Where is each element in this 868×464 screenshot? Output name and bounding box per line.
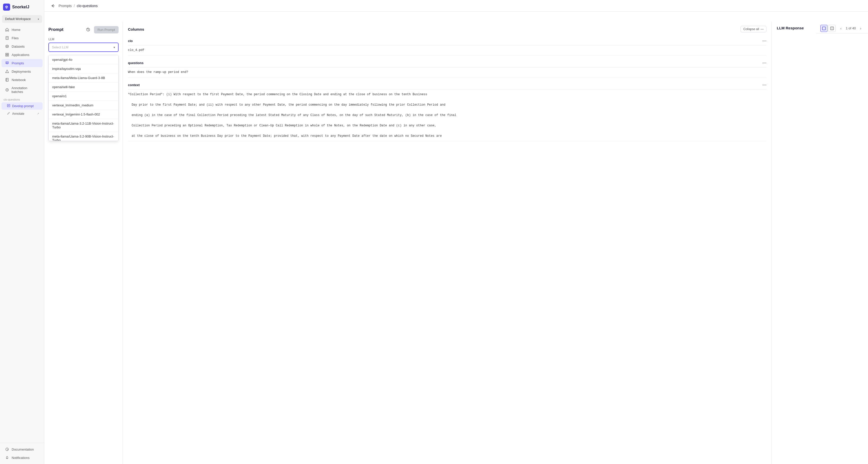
llm-response-panel: LLM Response [772,22,868,464]
collapse-clo-btn[interactable]: — [762,38,766,43]
column-clo-header[interactable]: clo — [128,36,766,45]
llm-dropdown[interactable]: openai/gpt-4o impira/layoutlm-vqa meta-l… [49,55,119,141]
column-clo-name: clo [128,39,133,43]
sidebar-item-label: Datasets [12,44,25,49]
llm-option-2[interactable]: meta-llama/Meta-Llama-Guard-3-8B [49,73,118,83]
svg-point-17 [6,89,8,91]
svg-rect-2 [6,36,8,39]
sidebar-item-datasets[interactable]: Datasets [2,42,42,51]
notebook-icon [5,78,9,82]
page-info: 1 of 40 [846,26,856,30]
llm-option-4[interactable]: openai/o1 [49,92,118,101]
history-button[interactable] [84,26,92,33]
llm-select-placeholder: Select LLM [52,45,68,49]
llm-option-6[interactable]: vertexai_lm/gemini-1.5-flash-002 [49,110,118,119]
section-label: clo-questions [0,96,44,102]
current-page: 1 [846,26,847,30]
sidebar-item-label: Documentation [12,447,34,451]
split-view-btn[interactable] [829,25,836,32]
svg-text:?: ? [7,448,8,451]
sidebar-item-notifications[interactable]: Notifications [2,454,42,462]
llm-option-8[interactable]: meta-llama/Llama-3.2-90B-Vision-Instruct… [49,132,118,141]
sidebar-item-files[interactable]: Files [2,34,42,42]
run-prompt-button[interactable]: Run Prompt [94,26,119,33]
breadcrumb-current: clo-questions [77,4,98,8]
nav-items: Home Files Datasets [0,24,44,443]
svg-marker-12 [6,70,9,73]
svg-rect-8 [6,55,7,56]
svg-rect-7 [7,53,9,55]
breadcrumb-separator: / [74,4,75,8]
llm-select[interactable]: Select LLM ▾ [49,42,119,52]
pagination-nav: ‹ 1 of 40 › [838,25,864,32]
logo-icon [3,4,10,11]
column-questions-value: When does the ramp-up period end? [128,70,766,75]
column-questions-header[interactable]: questions — [128,59,766,67]
llm-option-5[interactable]: vertexai_lm/medlm_medium [49,101,118,110]
column-clo-content: clo_4.pdf [128,45,766,56]
content-area: Prompt Run Prompt LLM [44,22,868,464]
sidebar-item-develop-prompt[interactable]: Develop prompt [2,102,42,110]
total-pages: 40 [852,26,856,30]
sidebar: SnorkelJ Default Workspace ▾ Home Files [0,0,44,464]
files-icon [5,36,9,40]
llm-select-wrapper: Select LLM ▾ [49,42,119,52]
columns-panel: Columns Collapse all — clo — clo_4.pdf [123,22,772,464]
collapse-all-label: Collapse all [743,27,759,31]
app-name: SnorkelJ [12,5,29,9]
prompt-panel: Prompt Run Prompt LLM [44,22,123,464]
sidebar-item-deployments[interactable]: Deployments [2,67,42,75]
column-context-value: "Collection Period": (i) With respect to… [128,92,766,138]
prompt-header: Prompt Run Prompt [49,26,119,33]
sidebar-item-notebook[interactable]: Notebook [2,76,42,84]
sidebar-item-label: Annotation batches [12,86,39,94]
view-toggle [820,25,836,32]
collapse-context-btn[interactable]: — [762,83,766,87]
columns-title: Columns [128,27,144,31]
prev-page-btn[interactable]: ‹ [838,25,844,32]
llm-option-7[interactable]: meta-llama/Llama-3.2-11B-Vision-Instruct… [49,119,118,132]
external-link-icon: ↗ [37,112,39,115]
sidebar-item-documentation[interactable]: ? Documentation [2,445,42,453]
sidebar-item-annotation-batches[interactable]: Annotation batches [2,84,42,96]
llm-option-0[interactable]: openai/gpt-4o [49,55,118,64]
svg-rect-13 [6,78,8,81]
column-context-header[interactable]: context — [128,81,766,89]
dropdown-arrow-icon: ▾ [114,45,115,49]
svg-rect-9 [7,55,9,56]
main-content: Prompts / clo-questions ‹ [44,0,868,464]
sidebar-item-annotate[interactable]: Annotate ↗ [2,110,42,117]
sidebar-item-label: Home [12,28,21,32]
prompt-title: Prompt [49,27,64,32]
sidebar-item-label: Notifications [12,456,30,460]
collapse-all-button[interactable]: Collapse all — [741,26,766,32]
sidebar-item-prompts[interactable]: Prompts [2,59,42,67]
next-page-btn[interactable]: › [857,25,864,32]
llm-option-3[interactable]: openai/will-fake [49,83,118,92]
llm-label: LLM [49,37,119,41]
sidebar-item-label: Prompts [12,61,24,65]
sidebar-bottom: ? Documentation Notifications [0,443,44,464]
single-view-btn[interactable] [820,25,828,32]
docs-icon: ? [5,447,9,451]
svg-point-1 [6,7,7,8]
column-clo-value: clo_4.pdf [128,48,766,53]
sidebar-item-label: Notebook [12,78,26,82]
applications-icon [5,53,9,57]
back-button[interactable] [50,2,57,9]
column-section-clo: clo — clo_4.pdf [128,36,766,56]
breadcrumb-parent[interactable]: Prompts [59,4,72,8]
deployments-icon [5,69,9,73]
top-bar: Prompts / clo-questions [44,0,868,12]
llm-option-1[interactable]: impira/layoutlm-vqa [49,64,118,73]
sidebar-item-label: Files [12,36,19,40]
sidebar-item-applications[interactable]: Applications [2,51,42,59]
workspace-selector[interactable]: Default Workspace ▾ [2,15,42,23]
sidebar-item-home[interactable]: Home [2,26,42,34]
column-section-questions: questions — When does the ramp-up period… [128,59,766,78]
collapse-questions-btn[interactable]: — [762,61,766,65]
sidebar-item-label: Develop prompt [12,104,34,108]
svg-point-18 [7,89,8,90]
develop-prompt-icon [7,104,10,108]
column-context-name: context [128,83,140,87]
